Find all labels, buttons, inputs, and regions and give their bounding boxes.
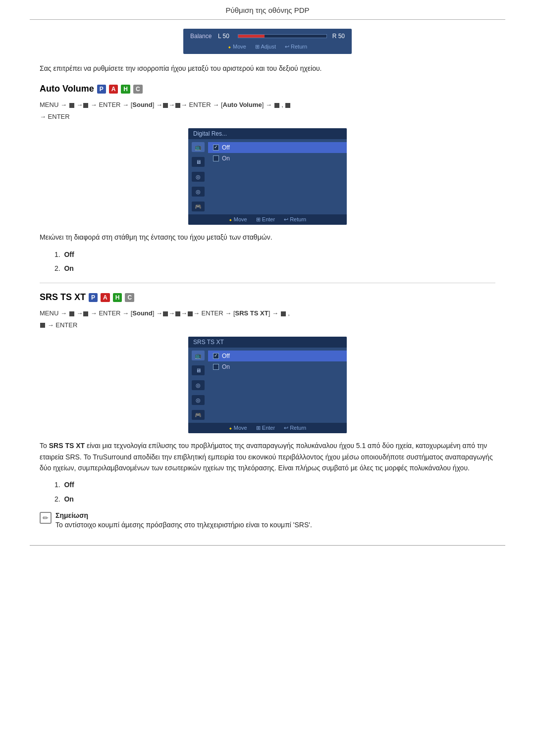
srs-menu-icon-circle2: ◎ [192,395,205,405]
menu-icon-display: 🖥 [192,157,205,167]
srs-ts-xt-nav-move: ⬥ Move [229,425,247,431]
badge-a-srs: A [101,293,110,302]
srs-ts-xt-on-label: On [222,363,230,370]
srs-ts-xt-option-off: Off [208,351,347,361]
auto-volume-nav-enter: ⊞ Enter [256,216,275,223]
badge-h-auto: H [121,85,130,94]
auto-volume-list-2: 2. On [54,263,495,274]
srs-ts-xt-list-1: 1. Off [54,479,495,490]
srs-menu-icon-circle1: ◎ [192,380,205,390]
auto-volume-dialog-title: Digital Res... [188,128,347,139]
auto-volume-nav-move: ⬥ Move [229,216,247,223]
circle1-icon: ◎ [196,174,201,180]
srs-ts-xt-options-col: Off On [208,348,347,423]
auto-volume-option-off: Off [208,142,347,153]
srs-tv-icon: 📺 [195,353,202,359]
balance-bar-track [238,34,327,38]
srs-ts-xt-menu-body: 📺 🖥 ◎ ◎ 🎮 [188,348,347,423]
srs-circle2-icon: ◎ [196,397,201,403]
bottom-rule [30,545,505,546]
page-title: Ρύθμιση της οθόνης PDP [30,0,505,20]
srs-circle1-icon: ◎ [196,382,201,389]
balance-move-nav: ⬥ Move [228,44,246,50]
page-container: Ρύθμιση της οθόνης PDP Balance L 50 R 50… [0,0,535,756]
srs-ts-xt-menu-path: MENU → → → ENTER → [Sound] →→→→ ENTER → … [40,307,495,331]
badge-a-auto: A [109,85,118,94]
badge-p-srs: P [89,293,98,302]
balance-screenshot: Balance L 50 R 50 ⬥ Move ⊞ Adjust ↩ Retu… [183,29,352,54]
srs-ts-xt-off-label: Off [222,353,230,359]
srs-ts-xt-desc-text: είναι μια τεχνολογία επίλυσης του προβλή… [40,442,493,472]
balance-label: Balance [190,33,214,40]
auto-volume-options-col: Off On [208,139,347,214]
balance-bar-fill [238,35,265,38]
balance-bar-container [238,34,327,38]
srs-ts-xt-desc: Το SRS TS XT είναι μια τεχνολογία επίλυσ… [40,440,495,473]
srs-menu-icon-remote: 🎮 [192,410,205,420]
auto-volume-nav-bar: ⬥ Move ⊞ Enter ↩ Return [188,214,347,225]
section-separator-1 [40,283,495,283]
srs-ts-xt-screenshot: SRS TS XT 📺 🖥 ◎ ◎ [188,337,347,433]
auto-volume-option-on: On [208,153,347,164]
badge-c-srs: C [125,293,134,302]
note-icon: ✏ [40,512,52,524]
remote-icon: 🎮 [195,203,202,210]
menu-icon-circle2: ◎ [192,187,205,197]
badge-p-auto: P [97,85,106,94]
srs-ts-xt-nav-enter: ⊞ Enter [256,425,275,431]
srs-ts-xt-bold-name: SRS TS XT [49,442,85,450]
srs-ts-xt-section: SRS TS XT P A H C MENU → → → ENTER → [So… [40,292,495,530]
auto-volume-title: Auto Volume [40,84,94,94]
auto-volume-on-label: On [222,155,230,162]
auto-volume-nav-return: ↩ Return [284,216,306,223]
note-text: Το αντίστοιχο κουμπί άμεσης πρόσβασης στ… [55,519,312,530]
note-heading: Σημείωση [55,511,312,519]
srs-remote-icon: 🎮 [195,412,202,418]
badge-h-srs: H [113,293,122,302]
srs-ts-xt-off-checkbox [213,353,219,359]
auto-volume-on-checkbox [213,155,219,161]
srs-display-icon: 🖥 [196,367,201,373]
auto-volume-screenshot: Digital Res... 📺 🖥 ◎ ◎ [188,128,347,225]
intro-text: Σας επιτρέπει να ρυθμίσετε την ισορροπία… [40,63,495,74]
auto-volume-desc: Μειώνει τη διαφορά στη στάθμη της ένταση… [40,232,495,243]
balance-adjust-nav: ⊞ Adjust [255,44,276,50]
menu-icon-tv: 📺 [192,142,205,152]
note-content: Σημείωση Το αντίστοιχο κουμπί άμεσης πρό… [55,511,312,530]
balance-return-nav: ↩ Return [285,44,307,50]
srs-ts-xt-on-checkbox [213,364,219,370]
main-content: Balance L 50 R 50 ⬥ Move ⊞ Adjust ↩ Retu… [40,20,495,530]
circle2-icon: ◎ [196,189,201,195]
auto-volume-menu-path: MENU → → → ENTER → [Sound] →→→ ENTER → [… [40,99,495,122]
auto-volume-list-1: 1. Off [54,249,495,260]
srs-ts-xt-icons-col: 📺 🖥 ◎ ◎ 🎮 [188,348,208,423]
auto-volume-off-checkbox [213,145,219,151]
balance-l-value: L 50 [218,33,234,40]
note-box: ✏ Σημείωση Το αντίστοιχο κουμπί άμεσης π… [40,511,495,530]
srs-ts-xt-option-on: On [208,361,347,372]
srs-ts-xt-dialog-title: SRS TS XT [188,337,347,348]
auto-volume-off-label: Off [222,144,230,151]
badge-c-auto: C [133,85,143,94]
srs-ts-xt-title: SRS TS XT [40,292,86,302]
menu-icon-remote: 🎮 [192,202,205,211]
balance-r-value: R 50 [331,33,345,40]
auto-volume-heading: Auto Volume P A H C [40,84,495,94]
auto-volume-menu-body: 📺 🖥 ◎ ◎ 🎮 [188,139,347,214]
srs-menu-icon-tv: 📺 [192,351,205,360]
srs-ts-xt-list-2: 2. On [54,494,495,504]
menu-icon-circle1: ◎ [192,172,205,182]
srs-menu-icon-display: 🖥 [192,365,205,375]
srs-ts-xt-nav-bar: ⬥ Move ⊞ Enter ↩ Return [188,423,347,433]
srs-ts-xt-heading: SRS TS XT P A H C [40,292,495,302]
tv-icon: 📺 [195,144,202,151]
balance-nav: ⬥ Move ⊞ Adjust ↩ Return [190,42,345,50]
srs-ts-xt-nav-return: ↩ Return [284,425,306,431]
auto-volume-icons-col: 📺 🖥 ◎ ◎ 🎮 [188,139,208,214]
balance-row: Balance L 50 R 50 [190,33,345,40]
auto-volume-section: Auto Volume P A H C MENU → → → ENTER → [… [40,84,495,274]
display-icon: 🖥 [196,159,201,165]
